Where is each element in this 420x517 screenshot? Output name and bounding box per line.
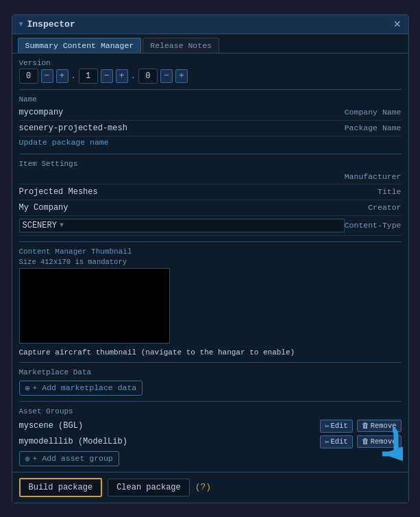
version-section: Version 0 − + . 1 − + . 0 − + [19,59,402,84]
thumbnail-section: Content Manager Thumbnail Size 412x170 i… [19,248,402,357]
bottom-bar: Build package Clean package (?) [12,472,408,503]
thumbnail-preview [19,268,170,344]
trash-icon-1: 🗑 [362,437,369,446]
creator-value: My Company [19,203,369,213]
version-minor-dec[interactable]: − [101,69,113,83]
trash-icon-0: 🗑 [362,422,369,430]
add-marketplace-icon: ⊕ [25,383,30,393]
asset-groups-label: Asset Groups [19,407,402,416]
version-major-inc[interactable]: + [56,69,69,83]
edit-asset-1-button[interactable]: ✂ Edit [320,435,353,448]
title-value: Projected Meshes [19,187,378,197]
add-asset-group-button[interactable]: ⊕ + Add asset group [19,451,119,466]
content-type-value: SCENERY [23,221,57,230]
title-bar-left: ▼ Inspector [19,19,75,29]
asset-groups-section: Asset Groups myscene (BGL) ✂ Edit 🗑 Remo… [19,407,402,466]
company-field-row: mycompany Company Name [19,105,402,121]
remove-label-0: Remove [371,422,397,430]
marketplace-section: Marketplace Data ⊕ + Add marketplace dat… [19,368,402,396]
title-label: Title [378,187,402,196]
version-patch-dec[interactable]: − [160,69,173,83]
thumbnail-size-text: Size 412x170 is mandatory [19,258,402,266]
separator-1 [19,89,402,90]
tab-release-notes[interactable]: Release Notes [143,38,219,53]
edit-label-1: Edit [330,437,347,446]
version-minor-inc[interactable]: + [116,69,128,83]
asset-group-name-1: mymodelllib (ModelLib) [19,437,317,446]
creator-row: My Company Creator [19,200,402,216]
content-type-label: Content-Type [345,221,402,230]
table-row: mymodelllib (ModelLib) ✂ Edit 🗑 Remove [19,435,402,448]
creator-label: Creator [368,203,401,212]
package-value: scenery-projected-mesh [19,123,345,133]
name-section: Name mycompany Company Name scenery-proj… [19,95,402,148]
tab-summary[interactable]: Summary Content Manager [18,38,142,53]
tabs-bar: Summary Content Manager Release Notes [12,34,408,53]
capture-text: Capture aircraft thumbnail (navigate to … [19,348,402,357]
manufacturer-row: Manufacturer [19,169,402,184]
version-dot-1: . [71,71,76,81]
package-label: Package Name [345,123,402,132]
table-row: myscene (BGL) ✂ Edit 🗑 Remove [19,420,402,433]
remove-asset-0-button[interactable]: 🗑 Remove [357,420,402,432]
scissors-icon-1: ✂ [325,437,329,446]
add-asset-label: + Add asset group [32,454,112,463]
dropdown-arrow-icon: ▼ [60,221,64,229]
version-patch: 0 [138,69,158,84]
separator-2 [19,154,402,154]
title-bar: ▼ Inspector ✕ [12,15,408,34]
item-settings-section: Item Settings Manufacturer Projected Mes… [19,160,402,236]
add-asset-icon: ⊕ [25,454,30,464]
remove-label-1: Remove [371,437,397,446]
content-area: Version 0 − + . 1 − + . 0 − + Name mycom… [12,53,408,472]
window-title: Inspector [27,19,75,29]
manufacturer-label: Manufacturer [345,172,402,181]
add-marketplace-button[interactable]: ⊕ + Add marketplace data [19,381,143,396]
version-major: 0 [19,69,38,84]
update-package-name-button[interactable]: Update package name [19,136,109,148]
item-settings-label: Item Settings [19,160,402,168]
add-marketplace-label: + Add marketplace data [32,383,136,392]
help-button[interactable]: (?) [195,482,211,492]
company-value: mycompany [19,108,345,117]
content-type-dropdown[interactable]: SCENERY ▼ [19,219,345,232]
marketplace-label: Marketplace Data [19,368,402,376]
version-minor: 1 [79,69,98,84]
name-label: Name [19,95,402,104]
edit-asset-0-button[interactable]: ✂ Edit [320,420,353,433]
separator-4 [19,362,402,363]
remove-asset-1-button[interactable]: 🗑 Remove [357,435,402,448]
inspector-icon: ▼ [19,21,23,28]
version-row: 0 − + . 1 − + . 0 − + [19,69,402,84]
thumbnail-section-label: Content Manager Thumbnail [19,248,402,256]
version-dot-2: . [131,71,136,81]
scissors-icon: ✂ [325,422,329,431]
close-button[interactable]: ✕ [393,19,402,29]
package-field-row: scenery-projected-mesh Package Name [19,121,402,136]
version-patch-inc[interactable]: + [175,69,188,83]
separator-5 [19,401,402,402]
separator-3 [19,241,402,242]
edit-label-0: Edit [330,422,347,430]
clean-package-button[interactable]: Clean package [108,479,190,496]
content-type-row: SCENERY ▼ Content-Type [19,216,402,236]
version-label: Version [19,59,402,67]
build-package-button[interactable]: Build package [19,478,103,497]
title-row: Projected Meshes Title [19,184,402,200]
company-label: Company Name [345,108,402,117]
version-major-dec[interactable]: − [41,69,53,83]
inspector-window: ▼ Inspector ✕ Summary Content Manager Re… [12,14,409,503]
asset-group-name-0: myscene (BGL) [19,421,317,431]
